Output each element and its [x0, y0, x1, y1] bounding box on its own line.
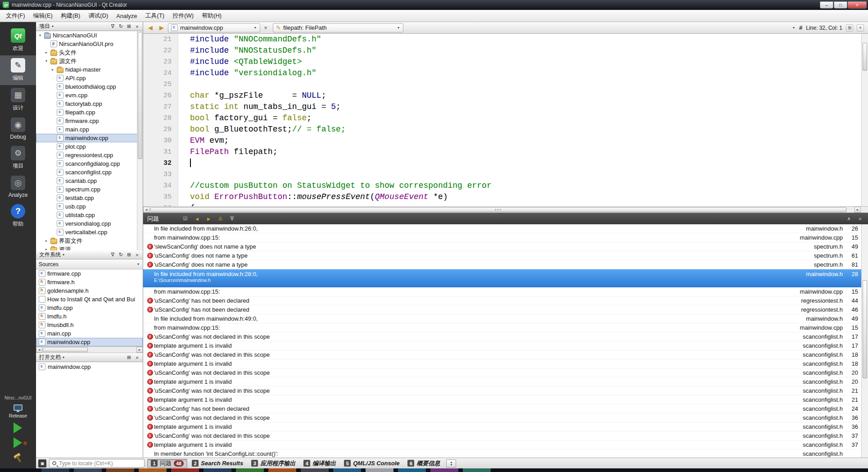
- issue-row[interactable]: !'uScanConfig' was not declared in this …: [143, 386, 868, 395]
- filter-icon[interactable]: ∇: [228, 215, 236, 222]
- split-icon[interactable]: ⊞: [125, 354, 133, 361]
- issue-row[interactable]: !'uScanConfig' was not declared in this …: [143, 332, 868, 341]
- projects-panel-title[interactable]: 项目: [38, 23, 50, 30]
- tree-item[interactable]: cplot.cpp: [36, 142, 143, 151]
- close-document-icon[interactable]: ×: [262, 24, 270, 32]
- warning-icon[interactable]: ⚠: [217, 215, 224, 222]
- filesystem-item[interactable]: hlmdfu.h: [36, 312, 143, 321]
- chevron-down-icon[interactable]: ▾: [792, 26, 796, 30]
- tree-item[interactable]: cbluetoothdialog.cpp: [36, 82, 143, 91]
- next-issue-icon[interactable]: ►: [205, 215, 212, 222]
- scroll-left-icon[interactable]: ◄: [36, 347, 42, 353]
- tree-item[interactable]: cAPI.cpp: [36, 74, 143, 82]
- issue-row[interactable]: !'uScanConfig' has not been declaredscan…: [143, 404, 868, 413]
- code-line[interactable]: 32: [143, 158, 868, 169]
- filesystem-item[interactable]: cfirmware.cpp: [36, 269, 143, 278]
- symbol-combo[interactable]: ✎ filepath: FilePath ▾: [273, 23, 403, 32]
- filesystem-panel-title[interactable]: 文件系统: [38, 251, 61, 259]
- project-tree-scrollbar[interactable]: [137, 31, 143, 250]
- issue-row[interactable]: !'uScanConfig' has not been declaredregr…: [143, 305, 868, 314]
- output-pane-button-QML/JS Console[interactable]: 5QML/JS Console: [340, 459, 403, 468]
- tree-item[interactable]: ▸头文件: [36, 48, 143, 57]
- output-pane-arrows[interactable]: ▲▼: [446, 459, 456, 467]
- issue-row[interactable]: !template argument 1 is invalidscanconfi…: [143, 422, 868, 431]
- chevron-down-icon[interactable]: ▾: [62, 355, 65, 359]
- scroll-right-icon[interactable]: ►: [854, 207, 861, 213]
- taskbar-item[interactable]: [398, 468, 426, 472]
- taskbar-item[interactable]: [203, 468, 231, 472]
- tree-item[interactable]: cscantab.cpp: [36, 177, 143, 185]
- taskbar-item[interactable]: [41, 468, 69, 472]
- tree-item[interactable]: cregressiontest.cpp: [36, 151, 143, 159]
- tree-item[interactable]: ctesttab.cpp: [36, 194, 143, 202]
- hash-button[interactable]: #: [799, 24, 802, 31]
- taskbar-item[interactable]: [268, 468, 296, 472]
- issue-row[interactable]: !'slewScanConfig' does not name a typesp…: [143, 242, 868, 251]
- issues-scroll-handle[interactable]: [863, 280, 867, 378]
- mode-item-项目[interactable]: ⚙项目: [0, 143, 36, 173]
- issue-row[interactable]: !template argument 1 is invalidscanconfi…: [143, 377, 868, 386]
- code-line[interactable]: 29bool g_BluetoothTest;// = false;: [143, 124, 868, 135]
- menu-item[interactable]: 编辑(E): [29, 10, 57, 22]
- issue-row[interactable]: from mainwindow.cpp:15:mainwindow.cpp15: [143, 233, 868, 242]
- taskbar-item[interactable]: [366, 468, 393, 472]
- issue-row[interactable]: !template argument 1 is invalidscanconfi…: [143, 395, 868, 404]
- filesystem-hscrollbar[interactable]: ◄ ►: [36, 346, 143, 353]
- taskbar-item[interactable]: [301, 468, 329, 472]
- tree-item[interactable]: cmainwindow.cpp: [36, 134, 143, 142]
- open-document-item[interactable]: cmainwindow.cpp: [36, 362, 143, 371]
- issue-row[interactable]: !template argument 1 is invalidscanconfi…: [143, 359, 868, 368]
- code-line[interactable]: 23#include <QTableWidget>: [143, 56, 868, 68]
- code-line[interactable]: 28bool factory_gui = false;: [143, 113, 868, 124]
- filesystem-root-combo[interactable]: Sources ▾: [36, 259, 143, 269]
- code-editor[interactable]: 21#include "NNOCommandDefs.h"22#include …: [143, 34, 868, 206]
- filesystem-item[interactable]: cmainwindow.cpp: [36, 338, 143, 346]
- mode-item-设计[interactable]: ▦设计: [0, 85, 36, 115]
- menu-item[interactable]: Analyze: [112, 11, 141, 21]
- tree-item[interactable]: cspectrum.cpp: [36, 185, 143, 194]
- code-line[interactable]: 30EVM evm;: [143, 135, 868, 146]
- filesystem-item[interactable]: hfirmware.h: [36, 278, 143, 286]
- back-icon[interactable]: ◀: [145, 23, 155, 32]
- taskbar-item[interactable]: [463, 468, 491, 472]
- scroll-left-icon[interactable]: ◄: [143, 207, 149, 213]
- filter-check-icon[interactable]: ☑: [181, 215, 189, 222]
- filesystem-scroll-handle[interactable]: [43, 347, 88, 352]
- code-line[interactable]: 24#include "versiondialog.h": [143, 68, 868, 79]
- taskbar-item[interactable]: [430, 468, 458, 472]
- taskbar-item[interactable]: [333, 468, 361, 472]
- taskbar-item[interactable]: [171, 468, 199, 472]
- output-pane-button-Search Results[interactable]: 2Search Results: [188, 459, 247, 468]
- output-pane-button-应用程序输出[interactable]: 3应用程序输出: [248, 459, 299, 468]
- code-line[interactable]: 25: [143, 79, 868, 90]
- filesystem-item[interactable]: How to Install Qt and Qwt and Bui: [36, 295, 143, 304]
- tree-item[interactable]: ▾源文件: [36, 57, 143, 65]
- code-line[interactable]: 35void ErrorPushButton::mousePressEvent(…: [143, 191, 868, 203]
- issue-row[interactable]: from mainwindow.cpp:15:mainwindow.cpp15: [143, 323, 868, 332]
- sync-icon[interactable]: ↻: [117, 23, 125, 30]
- split-icon[interactable]: ⊞: [125, 251, 133, 259]
- tree-item[interactable]: cevm.cpp: [36, 91, 143, 100]
- output-pane-button-问题[interactable]: 1问题48: [147, 459, 187, 468]
- issues-scrollbar[interactable]: [861, 224, 868, 458]
- editor-hscroll-handle[interactable]: [150, 207, 846, 212]
- mode-item-欢迎[interactable]: Qt欢迎: [0, 26, 36, 55]
- expander-icon[interactable]: ▾: [38, 33, 42, 37]
- filter-icon[interactable]: ∇: [109, 23, 117, 30]
- mode-item-Debug[interactable]: ◉Debug: [0, 115, 36, 143]
- code-line[interactable]: 34//custom pusButton on StatusWidget to …: [143, 180, 868, 191]
- issue-row[interactable]: !'uScanConfig' was not declared in this …: [143, 350, 868, 359]
- code-line[interactable]: 36{: [143, 203, 868, 206]
- code-line[interactable]: 26char *g_pszFile = NULL;: [143, 90, 868, 101]
- tree-item[interactable]: cfirmware.cpp: [36, 117, 143, 125]
- run-debug-button[interactable]: [14, 437, 22, 448]
- issue-row[interactable]: !'uScanConfig' was not declared in this …: [143, 413, 868, 422]
- opendocs-panel-title[interactable]: 打开文档: [38, 354, 61, 361]
- issue-row[interactable]: from mainwindow.cpp:15:mainwindow.cpp15: [143, 287, 868, 296]
- expander-icon[interactable]: ▾: [44, 59, 49, 63]
- tree-item[interactable]: ▸资源: [36, 245, 143, 250]
- collapse-icon[interactable]: ∧: [845, 215, 853, 222]
- locator-input[interactable]: Type to locate (Ctrl+K): [49, 459, 145, 467]
- maximize-button[interactable]: □: [834, 1, 847, 9]
- build-button[interactable]: [12, 452, 24, 463]
